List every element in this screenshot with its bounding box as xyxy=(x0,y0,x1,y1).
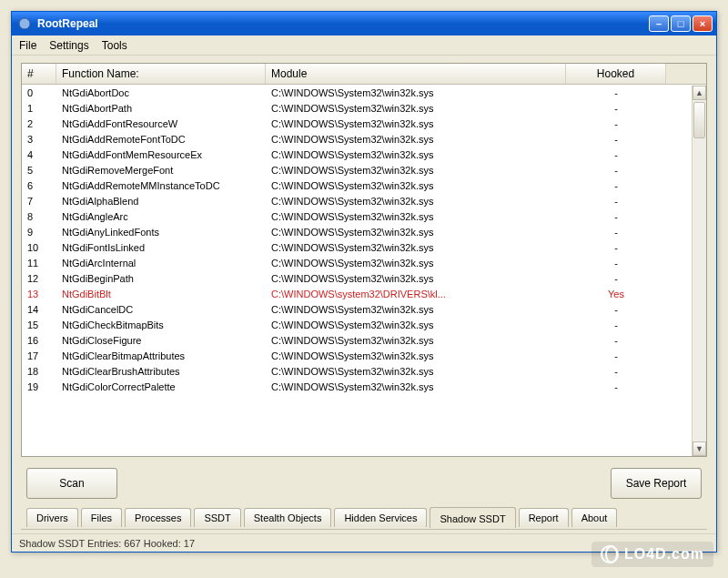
cell-module: C:\WINDOWS\System32\win32k.sys xyxy=(266,304,566,315)
table-row[interactable]: 4NtGdiAddFontMemResourceExC:\WINDOWS\Sys… xyxy=(22,147,706,162)
maximize-button[interactable]: □ xyxy=(671,15,691,32)
listview-header: # Function Name: Module Hooked xyxy=(22,64,706,85)
table-row[interactable]: 10NtGdiFontIsLinkedC:\WINDOWS\System32\w… xyxy=(22,239,706,255)
cell-index: 6 xyxy=(22,180,56,191)
watermark-text: LO4D.com xyxy=(624,546,704,563)
minimize-button[interactable]: – xyxy=(649,15,669,32)
table-row[interactable]: 3NtGdiAddRemoteFontToDCC:\WINDOWS\System… xyxy=(22,131,706,147)
cell-function-name: NtGdiAddRemoteMMInstanceToDC xyxy=(56,180,266,191)
cell-hooked: - xyxy=(566,258,666,269)
cell-index: 14 xyxy=(22,304,56,315)
cell-function-name: NtGdiAbortPath xyxy=(56,103,266,114)
cell-index: 9 xyxy=(22,227,56,238)
table-row[interactable]: 18NtGdiClearBrushAttributesC:\WINDOWS\Sy… xyxy=(22,363,706,379)
cell-function-name: NtGdiClearBitmapAttributes xyxy=(56,350,266,361)
vertical-scrollbar[interactable]: ▲ ▼ xyxy=(692,86,706,456)
column-header-hooked[interactable]: Hooked xyxy=(566,64,666,84)
cell-hooked: - xyxy=(566,165,666,176)
cell-function-name: NtGdiFontIsLinked xyxy=(56,242,266,253)
table-row[interactable]: 2NtGdiAddFontResourceWC:\WINDOWS\System3… xyxy=(22,116,706,131)
scroll-thumb[interactable] xyxy=(693,102,705,138)
scroll-up-arrow-icon[interactable]: ▲ xyxy=(693,86,706,100)
scan-button[interactable]: Scan xyxy=(26,468,117,499)
cell-module: C:\WINDOWS\System32\win32k.sys xyxy=(266,366,566,377)
table-row[interactable]: 12NtGdiBeginPathC:\WINDOWS\System32\win3… xyxy=(22,270,706,286)
cell-hooked: - xyxy=(566,366,666,377)
table-row[interactable]: 6NtGdiAddRemoteMMInstanceToDCC:\WINDOWS\… xyxy=(22,177,706,193)
cell-index: 12 xyxy=(22,273,56,284)
cell-module: C:\WINDOWS\system32\DRIVERS\kl... xyxy=(266,289,566,299)
cell-index: 8 xyxy=(22,211,56,222)
cell-hooked: Yes xyxy=(566,289,666,299)
table-row[interactable]: 9NtGdiAnyLinkedFontsC:\WINDOWS\System32\… xyxy=(22,224,706,239)
button-row: Scan Save Report xyxy=(21,457,707,506)
cell-module: C:\WINDOWS\System32\win32k.sys xyxy=(266,196,566,207)
scroll-down-arrow-icon[interactable]: ▼ xyxy=(693,441,706,456)
cell-module: C:\WINDOWS\System32\win32k.sys xyxy=(266,258,566,269)
tab-files[interactable]: Files xyxy=(81,508,122,527)
table-row[interactable]: 16NtGdiCloseFigureC:\WINDOWS\System32\wi… xyxy=(22,332,706,348)
cell-function-name: NtGdiAngleArc xyxy=(56,211,266,222)
cell-index: 18 xyxy=(22,366,56,377)
cell-hooked: - xyxy=(566,335,666,346)
cell-module: C:\WINDOWS\System32\win32k.sys xyxy=(266,103,566,114)
cell-index: 17 xyxy=(22,350,56,361)
cell-index: 15 xyxy=(22,319,56,330)
cell-module: C:\WINDOWS\System32\win32k.sys xyxy=(266,242,566,253)
tab-shadow-ssdt[interactable]: Shadow SSDT xyxy=(430,507,515,528)
cell-function-name: NtGdiCloseFigure xyxy=(56,335,266,346)
watermark: LO4D.com xyxy=(592,542,713,567)
cell-module: C:\WINDOWS\System32\win32k.sys xyxy=(266,350,566,361)
table-row[interactable]: 1NtGdiAbortPathC:\WINDOWS\System32\win32… xyxy=(22,100,706,116)
table-row[interactable]: 19NtGdiColorCorrectPaletteC:\WINDOWS\Sys… xyxy=(22,379,706,394)
column-header-module[interactable]: Module xyxy=(266,64,566,84)
application-window: RootRepeal – □ × File Settings Tools # F… xyxy=(11,11,717,553)
close-button[interactable]: × xyxy=(693,15,713,32)
cell-hooked: - xyxy=(566,381,666,392)
tab-stealth-objects[interactable]: Stealth Objects xyxy=(244,508,332,527)
save-report-button[interactable]: Save Report xyxy=(611,468,702,499)
table-row[interactable]: 13NtGdiBitBltC:\WINDOWS\system32\DRIVERS… xyxy=(22,286,706,301)
column-header-function[interactable]: Function Name: xyxy=(56,64,266,84)
cell-hooked: - xyxy=(566,180,666,191)
cell-function-name: NtGdiAddFontResourceW xyxy=(56,118,266,129)
cell-hooked: - xyxy=(566,196,666,207)
table-row[interactable]: 15NtGdiCheckBitmapBitsC:\WINDOWS\System3… xyxy=(22,317,706,332)
cell-hooked: - xyxy=(566,242,666,253)
cell-function-name: NtGdiAbortDoc xyxy=(56,87,266,98)
cell-module: C:\WINDOWS\System32\win32k.sys xyxy=(266,87,566,98)
table-row[interactable]: 14NtGdiCancelDCC:\WINDOWS\System32\win32… xyxy=(22,301,706,317)
titlebar[interactable]: RootRepeal – □ × xyxy=(12,12,716,35)
cell-function-name: NtGdiBitBlt xyxy=(56,289,266,299)
tab-drivers[interactable]: Drivers xyxy=(26,508,78,527)
cell-function-name: NtGdiRemoveMergeFont xyxy=(56,165,266,176)
table-row[interactable]: 7NtGdiAlphaBlendC:\WINDOWS\System32\win3… xyxy=(22,193,706,208)
table-row[interactable]: 0NtGdiAbortDocC:\WINDOWS\System32\win32k… xyxy=(22,85,706,100)
listview-body[interactable]: 0NtGdiAbortDocC:\WINDOWS\System32\win32k… xyxy=(22,85,706,456)
cell-module: C:\WINDOWS\System32\win32k.sys xyxy=(266,381,566,392)
menu-tools[interactable]: Tools xyxy=(102,39,127,52)
cell-hooked: - xyxy=(566,319,666,330)
cell-hooked: - xyxy=(566,149,666,160)
tab-about[interactable]: About xyxy=(571,508,618,527)
tab-processes[interactable]: Processes xyxy=(125,508,191,527)
cell-index: 1 xyxy=(22,103,56,114)
cell-function-name: NtGdiCheckBitmapBits xyxy=(56,319,266,330)
cell-module: C:\WINDOWS\System32\win32k.sys xyxy=(266,319,566,330)
listview[interactable]: # Function Name: Module Hooked 0NtGdiAbo… xyxy=(21,63,707,457)
cell-hooked: - xyxy=(566,273,666,284)
cell-module: C:\WINDOWS\System32\win32k.sys xyxy=(266,165,566,176)
cell-hooked: - xyxy=(566,134,666,145)
table-row[interactable]: 11NtGdiArcInternalC:\WINDOWS\System32\wi… xyxy=(22,255,706,270)
tab-report[interactable]: Report xyxy=(519,508,569,527)
menu-file[interactable]: File xyxy=(19,39,36,52)
table-row[interactable]: 17NtGdiClearBitmapAttributesC:\WINDOWS\S… xyxy=(22,348,706,363)
cell-module: C:\WINDOWS\System32\win32k.sys xyxy=(266,335,566,346)
cell-function-name: NtGdiClearBrushAttributes xyxy=(56,366,266,377)
tab-hidden-services[interactable]: Hidden Services xyxy=(334,508,427,527)
tab-ssdt[interactable]: SSDT xyxy=(194,508,240,527)
menu-settings[interactable]: Settings xyxy=(49,39,88,52)
table-row[interactable]: 5NtGdiRemoveMergeFontC:\WINDOWS\System32… xyxy=(22,162,706,177)
table-row[interactable]: 8NtGdiAngleArcC:\WINDOWS\System32\win32k… xyxy=(22,208,706,224)
column-header-index[interactable]: # xyxy=(22,64,56,84)
